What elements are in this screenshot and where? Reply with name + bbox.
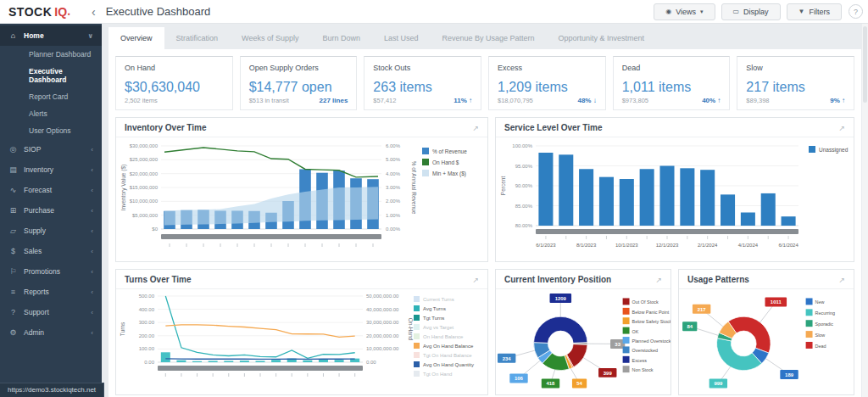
tab-weeks-of-supply[interactable]: Weeks of Supply <box>230 27 310 49</box>
filters-button[interactable]: ▼Filters <box>787 3 842 20</box>
tab-bar: OverviewStratificationWeeks of SupplyBur… <box>108 27 861 49</box>
trend-up-icon: ↑ <box>717 97 721 104</box>
sidebar-item-sales[interactable]: $Sales‹ <box>0 241 102 261</box>
chevron-left-icon: ‹ <box>91 187 93 194</box>
tab-overview[interactable]: Overview <box>108 27 164 49</box>
service-level-panel: Service Level Over Time ↗ 80.00%85.00%90… <box>495 117 854 262</box>
svg-text:0.00: 0.00 <box>366 360 376 365</box>
svg-text:10/1/2023: 10/1/2023 <box>615 243 638 248</box>
tab-stratification[interactable]: Stratification <box>164 27 231 49</box>
help-button[interactable]: ? <box>849 4 863 19</box>
question-icon: ? <box>8 308 18 316</box>
views-button[interactable]: ◉Views▾ <box>654 3 715 20</box>
chevron-left-icon: ‹ <box>91 248 93 255</box>
kpi-card-excess[interactable]: Excess1,209 items$18,070,79548% ↓ <box>488 56 606 110</box>
logo-iq-text: IQ <box>54 5 67 19</box>
svg-text:Below Panic Point: Below Panic Point <box>632 310 670 315</box>
svg-text:$25,000,000: $25,000,000 <box>130 157 159 162</box>
sidebar-subitem-report-card[interactable]: Report Card <box>0 88 102 105</box>
kpi-card-open-supply-orders[interactable]: Open Supply Orders$14,777 open$513 in tr… <box>240 56 358 110</box>
sidebar-item-support[interactable]: ?Support‹ <box>0 302 102 322</box>
funnel-icon: ▼ <box>798 8 805 15</box>
kpi-card-on-hand[interactable]: On Hand$30,630,0402,502 items <box>115 56 233 110</box>
home-icon: ⌂ <box>8 31 18 40</box>
sidebar-item-label: Admin <box>24 328 44 337</box>
current-inventory-position-title: Current Inventory Position <box>504 275 611 284</box>
sidebar-item-supply[interactable]: ▱Supply‹ <box>0 221 102 241</box>
svg-text:1011: 1011 <box>771 299 782 305</box>
vertical-scrollbar[interactable] <box>862 24 868 397</box>
svg-text:1.00%: 1.00% <box>386 213 401 218</box>
sidebar-subitem-user-options[interactable]: User Options <box>0 122 102 139</box>
chevron-left-icon: ‹ <box>91 146 93 154</box>
dashboard-panel: On Hand$30,630,0402,502 itemsOpen Supply… <box>108 49 861 397</box>
svg-text:$5,000,000: $5,000,000 <box>132 213 159 218</box>
svg-text:Excess: Excess <box>632 358 648 363</box>
display-button[interactable]: ▭Display <box>721 3 781 20</box>
logo-stock-text: STOCK <box>8 5 52 19</box>
sidebar-subitem-executive-dashboard[interactable]: Executive Dashboard <box>0 63 102 88</box>
sidebar-item-forecast[interactable]: ∿Forecast‹ <box>0 180 102 200</box>
svg-text:30,000,000.00: 30,000,000.00 <box>366 320 399 325</box>
kpi-card-slow[interactable]: Slow217 items$89,3989% ↑ <box>737 56 854 110</box>
expand-icon[interactable]: ↗ <box>472 124 479 132</box>
svg-text:Min + Max ($): Min + Max ($) <box>432 171 466 177</box>
svg-text:90.00%: 90.00% <box>515 183 533 188</box>
collapse-sidebar-icon[interactable]: ‹ <box>92 5 96 19</box>
svg-text:100.00%: 100.00% <box>512 143 532 148</box>
sidebar-item-label: Forecast <box>24 186 52 194</box>
svg-text:85.00%: 85.00% <box>515 204 533 209</box>
sidebar-subitem-planner-dashboard[interactable]: Planner Dashboard <box>0 46 102 63</box>
kpi-card-dead[interactable]: Dead1,011 items$973,80540% ↑ <box>613 56 731 110</box>
sidebar-item-inventory[interactable]: ▤Inventory‹ <box>0 159 102 180</box>
expand-icon[interactable]: ↗ <box>838 276 845 284</box>
tab-revenue-by-usage-pattern[interactable]: Revenue By Usage Pattern <box>430 27 546 49</box>
service-level-chart: 80.00%85.00%90.00%95.00%100.00%6/1/20238… <box>497 139 854 258</box>
main-content: OverviewStratificationWeeks of SupplyBur… <box>102 24 868 397</box>
kpi-value: 263 items <box>373 80 472 95</box>
current-inventory-position-chart: 12093339954418106234Out Of StockBelow Pa… <box>497 291 671 391</box>
flag-icon: ⚐ <box>8 267 18 276</box>
chevron-left-icon: ‹ <box>91 309 93 316</box>
expand-icon[interactable]: ↗ <box>655 276 662 284</box>
globe-icon: ◎ <box>8 145 18 154</box>
kpi-card-stock-outs[interactable]: Stock Outs263 items$57,41211% ↑ <box>364 56 481 110</box>
binoculars-icon: ◉ <box>665 8 671 15</box>
kpi-sub-right: 11% ↑ <box>453 97 472 104</box>
kpi-title: Slow <box>746 64 845 72</box>
sidebar-item-admin[interactable]: ⚙Admin‹ <box>0 322 102 343</box>
tab-burn-down[interactable]: Burn Down <box>310 27 372 49</box>
sidebar-item-reports[interactable]: ≡Reports‹ <box>0 282 102 302</box>
truck-icon: ▱ <box>8 226 18 235</box>
sidebar-item-siop[interactable]: ◎SIOP‹ <box>0 139 102 159</box>
svg-text:Avg vs Target: Avg vs Target <box>423 325 453 330</box>
tab-last-used[interactable]: Last Used <box>372 27 431 49</box>
sidebar-item-promotions[interactable]: ⚐Promotions‹ <box>0 261 102 282</box>
svg-text:95.00%: 95.00% <box>515 164 533 169</box>
boxes-icon: ▤ <box>8 165 18 174</box>
svg-text:217: 217 <box>698 307 707 312</box>
svg-text:40,000,000.00: 40,000,000.00 <box>366 307 399 312</box>
button-label: Display <box>743 8 769 16</box>
kpi-value: 217 items <box>746 80 845 95</box>
svg-text:200.00: 200.00 <box>139 333 155 338</box>
svg-text:Out Of Stock: Out Of Stock <box>632 299 659 305</box>
sidebar-item-label: Inventory <box>24 165 53 174</box>
expand-icon[interactable]: ↗ <box>472 276 479 284</box>
scrollbar-thumb[interactable] <box>863 26 867 103</box>
tab-opportunity-investment[interactable]: Opportunity & Investment <box>547 27 657 49</box>
svg-text:On Hand Balance: On Hand Balance <box>423 334 464 339</box>
usage-patterns-title: Usage Patterns <box>687 275 749 284</box>
svg-text:999: 999 <box>714 382 723 387</box>
kpi-sub-left: $973,805 <box>622 97 648 104</box>
kpi-row: On Hand$30,630,0402,502 itemsOpen Supply… <box>115 56 854 110</box>
sidebar-item-home[interactable]: ⌂Home∨ <box>0 25 102 46</box>
expand-icon[interactable]: ↗ <box>838 124 845 132</box>
cart-icon: ⊞ <box>8 206 18 215</box>
svg-text:OK: OK <box>632 329 639 334</box>
svg-text:4.00%: 4.00% <box>386 171 401 176</box>
sidebar-item-purchase[interactable]: ⊞Purchase‹ <box>0 200 102 221</box>
chevron-left-icon: ‹ <box>91 268 93 276</box>
svg-text:6/1/2024: 6/1/2024 <box>778 243 798 248</box>
sidebar-subitem-alerts[interactable]: Alerts <box>0 105 102 122</box>
